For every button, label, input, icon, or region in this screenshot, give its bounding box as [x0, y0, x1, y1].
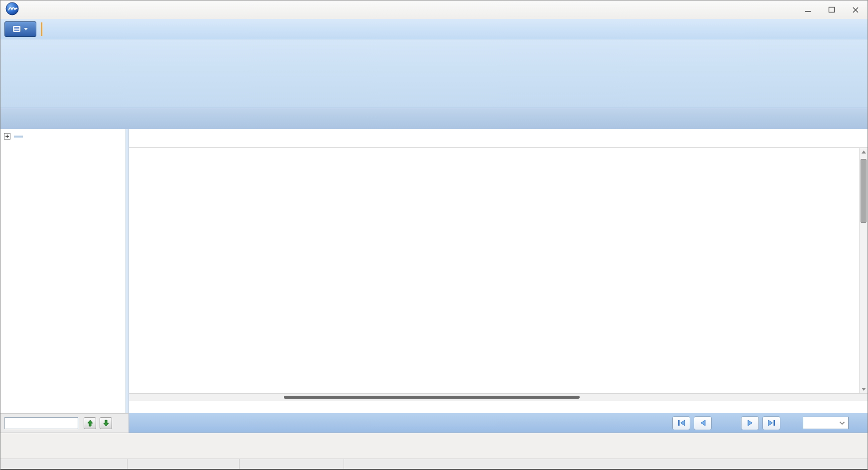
pagination-bar — [0, 413, 868, 433]
status-slogan — [498, 459, 663, 469]
minimize-button[interactable] — [796, 0, 820, 19]
last-page-icon — [767, 420, 776, 426]
next-page-icon — [747, 420, 753, 426]
tree-search-input[interactable] — [4, 417, 78, 429]
scroll-up-icon[interactable] — [860, 148, 868, 156]
search-up-button[interactable] — [84, 417, 96, 429]
chevron-down-icon — [839, 421, 845, 425]
up-arrow-icon — [87, 420, 93, 427]
table-header — [129, 129, 868, 148]
horizontal-scrollbar[interactable] — [129, 393, 868, 401]
titlebar — [0, 0, 868, 19]
close-button[interactable] — [844, 0, 868, 19]
hscroll-thumb[interactable] — [284, 396, 579, 399]
status-bar — [0, 459, 868, 470]
prev-page-icon — [700, 420, 706, 426]
status-edition — [127, 459, 240, 469]
status-version — [240, 459, 344, 469]
status-legend — [0, 433, 868, 459]
control-group-tree — [0, 129, 126, 413]
page-navigation — [669, 416, 849, 430]
prev-page-button[interactable] — [694, 416, 712, 430]
first-page-icon — [677, 420, 686, 426]
app-menu-button[interactable] — [4, 21, 36, 37]
menu-separator — [41, 22, 42, 36]
last-page-button[interactable] — [762, 416, 780, 430]
menu-bar — [0, 19, 868, 39]
next-page-button[interactable] — [741, 416, 759, 430]
content-area — [0, 129, 868, 413]
path-bar — [0, 108, 868, 129]
tree-expander-icon[interactable] — [4, 133, 10, 140]
first-page-button[interactable] — [672, 416, 690, 430]
app-window — [0, 0, 868, 470]
app-logo-icon — [5, 2, 19, 17]
search-down-button[interactable] — [100, 417, 112, 429]
ribbon — [0, 39, 868, 108]
pagination-main — [129, 413, 868, 433]
window-controls — [796, 0, 868, 19]
scroll-down-icon[interactable] — [860, 385, 868, 393]
jump-page-select[interactable] — [803, 417, 849, 429]
down-arrow-icon — [103, 420, 109, 427]
tree-node-root[interactable] — [0, 133, 125, 140]
status-user — [0, 459, 127, 469]
chevron-down-icon — [23, 27, 28, 31]
vscroll-thumb[interactable] — [861, 159, 867, 223]
maximize-button[interactable] — [820, 0, 844, 19]
chart-list-table — [129, 129, 868, 413]
tree-search-panel — [0, 413, 129, 433]
vertical-scrollbar[interactable] — [859, 148, 868, 393]
tree-node-label[interactable] — [14, 136, 23, 138]
list-icon — [12, 25, 21, 32]
table-body — [129, 148, 868, 393]
